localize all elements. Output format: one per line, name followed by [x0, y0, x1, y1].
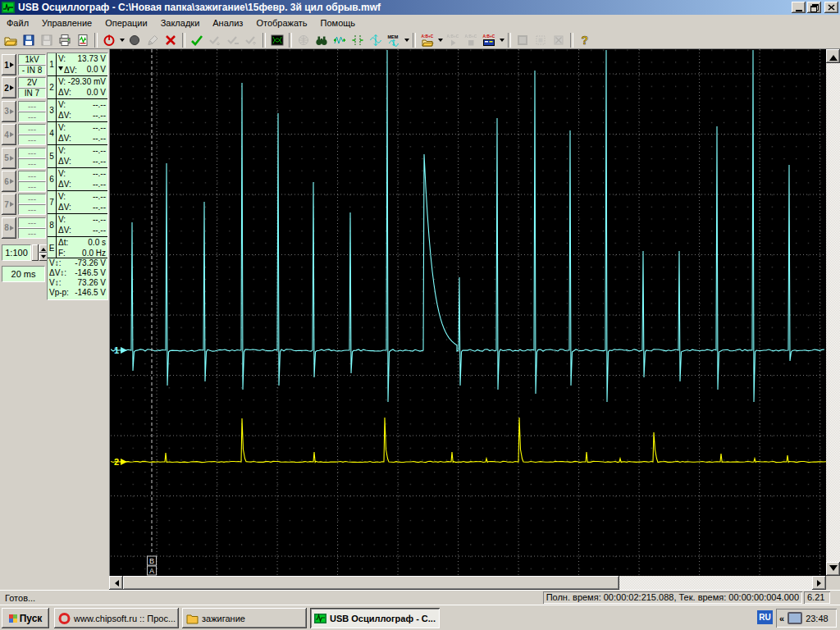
channel-8-input[interactable]: ---: [18, 228, 46, 239]
channel-5-range[interactable]: ---: [18, 148, 46, 158]
channel-5-button[interactable]: 5: [2, 148, 16, 169]
taskbar-task-1[interactable]: www.chipsoft.ru :: Прос...: [54, 608, 179, 628]
dt-value: 0.0 s: [88, 237, 106, 248]
channel-8-range[interactable]: ---: [18, 217, 46, 228]
network-icon[interactable]: [788, 612, 802, 624]
start-button[interactable]: Пуск: [2, 608, 49, 628]
channel-4-range[interactable]: ---: [18, 124, 46, 135]
memory-dropdown[interactable]: [403, 32, 410, 48]
search-button[interactable]: [313, 32, 331, 48]
check-all-button[interactable]: [224, 32, 242, 48]
channel-4-input[interactable]: ---: [18, 135, 46, 145]
channel-6-input[interactable]: ---: [18, 181, 46, 192]
language-indicator[interactable]: RU: [757, 610, 773, 624]
scroll-left-button[interactable]: [109, 576, 123, 590]
power-button[interactable]: [100, 32, 118, 48]
channel-2-input[interactable]: IN 7: [18, 88, 46, 98]
abc-open-button[interactable]: A:B+C: [418, 32, 436, 48]
open-file-button[interactable]: [2, 32, 20, 48]
menu-item-7[interactable]: Помощь: [314, 16, 363, 30]
ratio-slider[interactable]: [32, 244, 39, 261]
horizontal-scrollbar[interactable]: [109, 576, 826, 590]
timebase-box[interactable]: 20 ms: [2, 266, 45, 282]
channel-3-range[interactable]: ---: [18, 101, 46, 112]
tray-chevron[interactable]: «: [779, 614, 784, 623]
edit-marks-button[interactable]: [144, 32, 162, 48]
channel-6-button[interactable]: 6: [2, 171, 16, 192]
record-button[interactable]: [126, 32, 144, 48]
taskbar-task-3[interactable]: USB Осциллограф - C...: [310, 608, 440, 628]
minimize-button[interactable]: [792, 2, 806, 13]
close-button[interactable]: [824, 2, 838, 13]
close-icon: [828, 4, 835, 11]
menu-item-6[interactable]: Отображать: [249, 16, 313, 30]
channel-6-range[interactable]: ---: [18, 171, 46, 181]
channel-number: 2: [4, 84, 9, 93]
abc-display-dropdown[interactable]: [498, 32, 505, 48]
xy-display-button[interactable]: [268, 32, 286, 48]
v-label: V:: [58, 145, 66, 156]
check-next-icon: [244, 34, 258, 47]
channel-1-input[interactable]: - IN 8: [18, 65, 46, 75]
dv-value: 0.0 V: [87, 87, 106, 98]
channel-number: 1: [48, 53, 57, 75]
help-button[interactable]: ?: [576, 32, 594, 48]
task-label: USB Осциллограф - C...: [330, 614, 436, 623]
scrollbar-thumb[interactable]: [123, 576, 619, 590]
channel-3-input[interactable]: ---: [18, 112, 46, 122]
abc-stop-button[interactable]: A:B+C: [462, 32, 480, 48]
scroll-up-button[interactable]: [826, 49, 840, 63]
channel-2-range[interactable]: 2V: [18, 77, 46, 88]
channel-1-button[interactable]: 1: [2, 54, 16, 75]
channel-7-button[interactable]: 7: [2, 194, 16, 215]
task-label: www.chipsoft.ru :: Прос...: [74, 614, 176, 623]
print-icon: [58, 34, 71, 47]
delete-record-button[interactable]: [162, 32, 180, 48]
arrow-down-icon: [41, 255, 46, 261]
start-label: Пуск: [20, 613, 43, 624]
print-button[interactable]: [56, 32, 74, 48]
channel-5-input[interactable]: ---: [18, 158, 46, 169]
apply-check-button[interactable]: [188, 32, 206, 48]
channel-8-button[interactable]: 8: [2, 217, 16, 239]
fit-waveform-button[interactable]: [331, 32, 349, 48]
restore-button[interactable]: [807, 2, 821, 13]
memory-button[interactable]: MEM: [385, 32, 403, 48]
channel-7-input[interactable]: ---: [18, 204, 46, 215]
region-clear-button[interactable]: [550, 32, 568, 48]
menu-item-1[interactable]: Файл: [0, 16, 35, 30]
abc-open-dropdown[interactable]: [436, 32, 444, 48]
svg-text:A:B+C: A:B+C: [422, 34, 434, 39]
probe-ratio-box[interactable]: 1:100: [2, 244, 31, 261]
save-all-button[interactable]: [38, 32, 56, 48]
menu-item-4[interactable]: Закладки: [154, 16, 207, 30]
zoom-tool-button[interactable]: [294, 32, 313, 48]
scroll-right-button[interactable]: [812, 576, 826, 590]
menu-item-2[interactable]: Управление: [35, 16, 98, 30]
channel-4-button[interactable]: 4: [2, 124, 16, 145]
abc-display-button[interactable]: A:B+C: [480, 32, 498, 48]
check-next-button[interactable]: [242, 32, 260, 48]
check-prev-button[interactable]: [206, 32, 224, 48]
vertical-scrollbar[interactable]: [826, 49, 840, 576]
menu-item-3[interactable]: Операции: [98, 16, 153, 30]
region-dotted-button[interactable]: [532, 32, 550, 48]
channel-2-button[interactable]: 2: [2, 77, 16, 98]
vertical-cursors-button[interactable]: [349, 32, 367, 48]
menu-item-5[interactable]: Анализ: [206, 16, 249, 30]
channel-7-range[interactable]: ---: [18, 194, 46, 204]
arrow-right-icon: [817, 580, 824, 587]
abc-display-icon: A:B+C: [482, 34, 495, 47]
print-preview-button[interactable]: [74, 32, 92, 48]
power-dropdown[interactable]: [118, 32, 126, 48]
channel-3-button[interactable]: 3: [2, 101, 16, 122]
time-cursors-button[interactable]: [367, 32, 385, 48]
region-solid-button[interactable]: [514, 32, 532, 48]
taskbar-task-2[interactable]: зажигание: [182, 608, 307, 628]
dv-label: ΔV:: [58, 179, 71, 189]
scroll-down-button[interactable]: [826, 562, 840, 576]
channel-1-range[interactable]: 1kV: [18, 54, 46, 65]
save-file-button[interactable]: [20, 32, 38, 48]
oscilloscope-display[interactable]: BA 12: [109, 49, 826, 576]
abc-play-button[interactable]: A:B+C: [444, 32, 462, 48]
